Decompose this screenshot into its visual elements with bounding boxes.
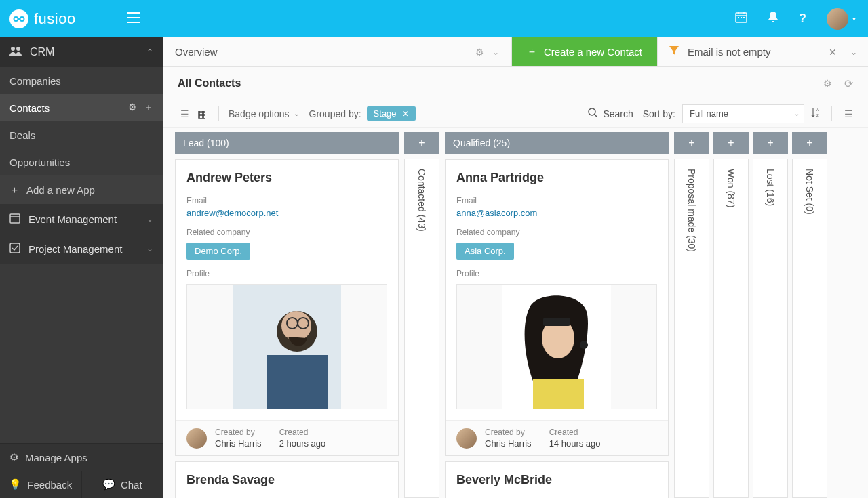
logo-icon	[9, 9, 28, 28]
contact-name: Anna Partridge	[456, 171, 657, 185]
profile-image	[186, 284, 387, 409]
svg-rect-5	[743, 17, 745, 18]
gear-icon[interactable]: ⚙	[823, 78, 832, 89]
profile-image	[456, 284, 657, 409]
search-button[interactable]: Search	[588, 108, 633, 119]
column-lost-collapsed[interactable]: + Lost (16)	[753, 132, 788, 498]
bulb-icon: 💡	[9, 478, 22, 491]
gear-icon[interactable]: ⚙	[128, 102, 137, 114]
grouped-by: Grouped by: Stage ✕	[309, 106, 416, 121]
avatar	[827, 8, 848, 30]
sidebar-add-app[interactable]: ＋ Add a new App	[0, 175, 163, 204]
svg-point-6	[11, 47, 15, 51]
company-tag[interactable]: Asia Corp.	[456, 243, 514, 260]
svg-rect-9	[10, 243, 20, 253]
column-lead: Lead (100) Andrew Peters Email andrew@de…	[175, 132, 399, 498]
chevron-down-icon[interactable]: ⌄	[850, 47, 857, 57]
plus-icon: ＋	[527, 45, 537, 58]
contact-name: Andrew Peters	[186, 171, 387, 185]
column-won-collapsed[interactable]: + Won (87)	[713, 132, 749, 498]
contact-card[interactable]: Brenda Savage	[175, 461, 399, 498]
column-notset-collapsed[interactable]: + Not Set (0)	[792, 132, 827, 498]
chat-icon: 💬	[102, 478, 115, 491]
close-icon[interactable]: ✕	[829, 47, 837, 58]
column-proposal-collapsed[interactable]: + Proposal made (30)	[674, 132, 709, 498]
sidebar-manage-apps[interactable]: ⚙ Manage Apps	[0, 444, 163, 471]
kanban-board: Lead (100) Andrew Peters Email andrew@de…	[163, 128, 868, 498]
column-add-button[interactable]: +	[713, 132, 749, 154]
svg-point-10	[589, 108, 595, 115]
sidebar-item-contacts[interactable]: Contacts ⚙ ＋	[0, 94, 163, 121]
chevron-up-icon: ⌃	[146, 47, 153, 57]
tab-overview[interactable]: Overview ⚙ ⌄	[163, 37, 512, 66]
people-icon	[9, 46, 22, 58]
gear-icon[interactable]: ⚙	[475, 47, 484, 58]
sort-az-icon[interactable]: AZ	[811, 107, 822, 120]
column-add-button[interactable]: +	[753, 132, 788, 154]
sidebar-chat[interactable]: 💬 Chat	[82, 471, 163, 498]
plus-icon: ＋	[9, 184, 20, 196]
sidebar-app-event[interactable]: Event Management ⌄	[0, 204, 163, 234]
hamburger-icon[interactable]	[127, 12, 140, 26]
contact-name: Beverly McBride	[456, 473, 657, 487]
svg-rect-22	[533, 379, 584, 409]
sort-select[interactable]: Full name ⌄	[682, 104, 804, 123]
contact-email-link[interactable]: anna@asiacorp.com	[456, 208, 537, 218]
brand-name: fusioo	[34, 10, 76, 28]
column-qualified: Qualified (25) Anna Partridge Email anna…	[445, 132, 669, 498]
svg-point-23	[580, 341, 588, 349]
svg-point-1	[20, 17, 24, 21]
sidebar-app-project[interactable]: Project Management ⌄	[0, 234, 163, 264]
column-add-button[interactable]: +	[674, 132, 709, 154]
plus-icon[interactable]: ＋	[144, 102, 153, 114]
user-menu[interactable]: ▾	[827, 8, 856, 30]
column-add-button[interactable]: +	[792, 132, 827, 154]
subheader: Overview ⚙ ⌄ ＋ Create a new Contact Emai…	[163, 37, 868, 67]
sidebar-item-opportunities[interactable]: Opportunities	[0, 148, 163, 175]
svg-rect-18	[267, 355, 328, 409]
help-icon[interactable]: ?	[799, 12, 806, 26]
avatar	[456, 428, 477, 449]
svg-point-0	[14, 17, 18, 21]
chevron-down-icon: ⌄	[294, 109, 300, 118]
svg-text:Z: Z	[816, 113, 819, 117]
chevron-down-icon: ⌄	[146, 244, 153, 253]
contact-card[interactable]: Anna Partridge Email anna@asiacorp.com R…	[445, 159, 669, 456]
svg-text:A: A	[816, 108, 819, 112]
create-contact-button[interactable]: ＋ Create a new Contact	[512, 37, 658, 66]
list-view-icon[interactable]: ☰	[178, 106, 192, 122]
logo[interactable]: fusioo	[9, 9, 76, 28]
column-contacted-collapsed[interactable]: + Contacted (43)	[404, 132, 439, 498]
column-header[interactable]: Qualified (25)	[445, 132, 669, 154]
card-footer: Created by Chris Harris Created 2 hours …	[176, 420, 398, 455]
refresh-icon[interactable]: ⟳	[844, 77, 853, 90]
svg-rect-4	[741, 17, 742, 18]
sidebar-feedback[interactable]: 💡 Feedback	[0, 471, 82, 498]
close-icon[interactable]: ✕	[402, 109, 409, 119]
menu-icon[interactable]: ☰	[844, 108, 853, 119]
column-header[interactable]: Lead (100)	[175, 132, 399, 154]
checkbox-icon	[9, 243, 20, 255]
contact-card[interactable]: Beverly McBride	[445, 461, 669, 498]
bell-icon[interactable]	[768, 11, 778, 26]
contact-email-link[interactable]: andrew@democorp.net	[186, 208, 278, 218]
sidebar-group-crm[interactable]: CRM ⌃	[0, 37, 163, 67]
contact-card[interactable]: Andrew Peters Email andrew@democorp.net …	[175, 159, 399, 456]
column-add-button[interactable]: +	[404, 132, 439, 154]
chevron-down-icon: ⌄	[146, 214, 153, 224]
calendar-icon	[9, 213, 20, 226]
caret-down-icon: ▾	[852, 15, 856, 22]
sidebar-crm-label: CRM	[30, 46, 54, 58]
grid-view-icon[interactable]: ▦	[195, 106, 209, 122]
chevron-down-icon[interactable]: ⌄	[492, 47, 499, 57]
sidebar-item-companies[interactable]: Companies	[0, 67, 163, 94]
calendar-icon[interactable]	[735, 11, 747, 26]
avatar	[186, 428, 207, 449]
company-tag[interactable]: Demo Corp.	[186, 243, 250, 260]
chevron-down-icon: ⌄	[794, 110, 800, 117]
badge-options[interactable]: Badge options ⌄	[229, 108, 300, 119]
view-toggle: ☰ ▦	[178, 106, 209, 122]
group-tag-stage[interactable]: Stage ✕	[367, 106, 416, 121]
sidebar-item-deals[interactable]: Deals	[0, 121, 163, 148]
filter-pill[interactable]: Email is not empty ✕ ⌄	[658, 37, 868, 66]
